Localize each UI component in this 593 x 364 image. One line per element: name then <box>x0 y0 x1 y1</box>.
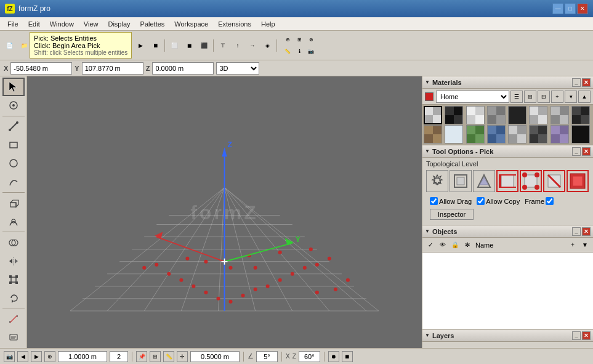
tool-draw-line[interactable] <box>2 118 25 135</box>
mat-swatch-5[interactable] <box>508 106 526 124</box>
status-record[interactable]: ⏺ <box>328 351 339 362</box>
materials-arrow[interactable]: ▼ <box>425 79 430 85</box>
menu-palettes[interactable]: Palettes <box>135 19 170 29</box>
tool-spline[interactable] <box>2 173 25 191</box>
materials-close[interactable]: ✕ <box>582 78 591 87</box>
mat-swatch-1[interactable] <box>424 106 442 124</box>
topo-shell[interactable] <box>450 170 472 192</box>
status-camera-icon[interactable]: 📷 <box>4 351 15 362</box>
mat-add[interactable]: + <box>551 91 563 103</box>
inspector-button[interactable]: Inspector <box>430 209 474 220</box>
obj-check-icon[interactable]: ✓ <box>425 240 436 251</box>
toolbar-right[interactable]: → <box>246 39 259 52</box>
tool-options-minimize[interactable]: _ <box>572 147 581 156</box>
menu-extensions[interactable]: Extensions <box>213 19 256 29</box>
tool-options-close[interactable]: ✕ <box>582 147 591 156</box>
mat-small-icons[interactable]: ⊞ <box>524 91 536 103</box>
maximize-button[interactable]: □ <box>565 3 576 14</box>
mat-swatch-6[interactable] <box>529 106 547 124</box>
topo-point[interactable] <box>520 170 542 192</box>
toolbar-undo[interactable]: ↩ <box>51 39 65 52</box>
layers-minimize[interactable]: _ <box>572 331 581 340</box>
allow-copy-label[interactable]: Allow Copy <box>477 197 520 205</box>
status-snap-icon[interactable]: ⊕ <box>44 351 55 362</box>
objects-close[interactable]: ✕ <box>582 227 591 236</box>
status-snap-input[interactable] <box>110 351 128 362</box>
layers-close[interactable]: ✕ <box>582 331 591 340</box>
topo-all[interactable] <box>567 170 589 192</box>
menu-edit[interactable]: Edit <box>23 19 45 29</box>
viewport[interactable]: formZ <box>27 76 422 348</box>
status-angle2-input[interactable] <box>299 351 320 362</box>
toolbar-render[interactable]: ▶ <box>134 39 147 52</box>
tool-annotation[interactable] <box>2 329 25 347</box>
obj-expand[interactable]: ▼ <box>579 240 591 251</box>
menu-workspace[interactable]: Workspace <box>169 19 213 29</box>
toolbar-redo[interactable]: ↪ <box>66 39 79 52</box>
tool-measure2[interactable] <box>2 310 25 328</box>
y-input[interactable] <box>82 62 143 75</box>
objects-minimize[interactable]: _ <box>572 227 581 236</box>
toolbar-top[interactable]: ⊤ <box>216 39 230 52</box>
menu-file[interactable]: File <box>2 19 23 29</box>
tool-rectangle[interactable] <box>2 136 25 154</box>
mat-swatch-11[interactable] <box>466 125 485 144</box>
toolbar-fit[interactable]: ⊞ <box>115 39 128 52</box>
tool-rotate[interactable] <box>2 289 25 307</box>
tool-select[interactable] <box>2 78 25 96</box>
x-input[interactable] <box>10 62 72 75</box>
toolbar-solid[interactable]: ◼ <box>182 39 196 52</box>
materials-home-select[interactable]: Home <box>436 91 509 103</box>
tool-scale[interactable] <box>2 271 25 289</box>
view-select[interactable]: 3D Top Front Right <box>216 62 259 75</box>
mat-swatch-15[interactable] <box>551 125 569 144</box>
mat-swatch-4[interactable] <box>487 106 506 124</box>
mat-swatch-16[interactable] <box>571 125 590 144</box>
status-snap-btn[interactable]: 📌 <box>136 351 147 362</box>
toolbar-zoom-in[interactable]: 🔍 <box>85 39 99 52</box>
frame-label[interactable]: Frame <box>525 197 554 205</box>
mat-scroll-up[interactable]: ▲ <box>578 91 591 103</box>
topo-segment[interactable] <box>543 170 565 192</box>
mat-swatch-12[interactable] <box>487 125 506 144</box>
obj-add[interactable]: + <box>567 240 578 251</box>
menu-help[interactable]: Help <box>256 19 280 29</box>
frame-checkbox[interactable] <box>546 197 554 205</box>
menu-view[interactable]: View <box>79 19 103 29</box>
status-prev[interactable]: ◀ <box>17 351 28 362</box>
toolbar-persp[interactable]: ◈ <box>260 39 274 52</box>
toolbar-shade[interactable]: ⬛ <box>197 39 211 52</box>
minimize-button[interactable]: — <box>552 3 563 14</box>
z-input[interactable] <box>152 62 214 75</box>
tool-sweep[interactable] <box>2 212 25 230</box>
mat-large-icons[interactable]: ⊟ <box>538 91 550 103</box>
tool-options-arrow[interactable]: ▼ <box>425 148 430 154</box>
toolbar-wireframe[interactable]: ⬜ <box>167 39 181 52</box>
close-button[interactable]: ✕ <box>577 3 588 14</box>
topo-edge[interactable] <box>496 170 518 192</box>
toolbar-axis[interactable]: ⊗ <box>305 34 317 45</box>
toolbar-info[interactable]: ℹ <box>294 46 305 57</box>
status-grid-input[interactable] <box>58 351 107 362</box>
toolbar-save[interactable]: 💾 <box>32 39 46 52</box>
status-angle-input[interactable] <box>256 351 278 362</box>
menu-window[interactable]: Window <box>45 19 79 29</box>
status-cursor-icon[interactable]: ✛ <box>177 351 188 362</box>
tool-extrude[interactable] <box>2 194 25 212</box>
toolbar-new[interactable]: 📄 <box>2 39 16 52</box>
toolbar-snap[interactable]: ⊕ <box>282 34 293 45</box>
menu-display[interactable]: Display <box>103 19 135 29</box>
status-next[interactable]: ▶ <box>31 351 42 362</box>
mat-swatch-14[interactable] <box>529 125 547 144</box>
topo-object[interactable] <box>426 170 448 192</box>
obj-lock-icon[interactable]: 🔒 <box>450 240 461 251</box>
toolbar-grid[interactable]: ⊞ <box>294 34 305 45</box>
toolbar-front[interactable]: ↑ <box>231 39 244 52</box>
toolbar-zoom-out[interactable]: 🔎 <box>100 39 113 52</box>
status-segment-input[interactable] <box>190 351 240 362</box>
tool-circle[interactable] <box>2 155 25 172</box>
mat-swatch-8[interactable] <box>571 106 590 124</box>
mat-expand[interactable]: ▾ <box>565 91 577 103</box>
mat-swatch-13[interactable] <box>508 125 526 144</box>
mat-list-view[interactable]: ☰ <box>510 91 523 103</box>
